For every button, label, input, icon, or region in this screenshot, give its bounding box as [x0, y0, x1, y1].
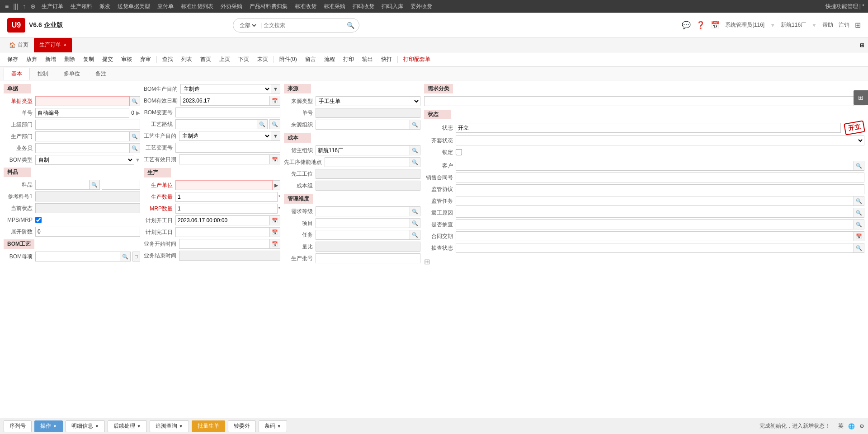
- tab-shengchan-dingdan[interactable]: 生产订单 ×: [34, 38, 72, 52]
- btn-submit[interactable]: 提交: [99, 55, 117, 64]
- btn-yewu-kaishi-date[interactable]: 📅: [270, 239, 280, 249]
- nav-biaozhun-shouguo[interactable]: 标准收货: [292, 3, 319, 10]
- sidebar-grid-btn[interactable]: ⊞: [854, 90, 868, 105]
- menu-icon[interactable]: ≡: [4, 3, 10, 10]
- btn-find[interactable]: 查找: [159, 55, 177, 64]
- btn-output[interactable]: 输出: [359, 55, 377, 64]
- field-yaoqiu[interactable]: [424, 96, 854, 106]
- field-fanhui[interactable]: [456, 208, 854, 218]
- nav-chanpin-cailiao[interactable]: 产品材料费归集: [247, 3, 290, 10]
- subtab-remark[interactable]: 备注: [88, 68, 114, 79]
- btn-jihua-wangong-date[interactable]: 📅: [270, 227, 280, 237]
- field-liaoping[interactable]: [35, 180, 90, 190]
- btn-search-bom-muxiang[interactable]: 🔍: [120, 252, 131, 261]
- btn-fanhui-search[interactable]: 🔍: [854, 208, 864, 218]
- btn-renwu-search[interactable]: 🔍: [410, 230, 420, 240]
- btn-fastprint[interactable]: 快打: [377, 55, 396, 64]
- btn-caozuo[interactable]: 操作 ▼: [34, 420, 63, 432]
- nav-waixie-caigou[interactable]: 外协采购: [218, 3, 245, 10]
- nav-songhuo[interactable]: 送货单据类型: [115, 3, 153, 10]
- nav-paifa[interactable]: 派发: [97, 3, 113, 10]
- btn-huowu-zuzhi-search[interactable]: 🔍: [410, 145, 420, 155]
- chat-icon[interactable]: 💬: [682, 21, 691, 29]
- field-bom-muxiang[interactable]: [35, 252, 120, 261]
- btn-print-config[interactable]: 打印配套单: [400, 55, 434, 64]
- field-bom-youxiao[interactable]: [180, 96, 270, 106]
- btn-laiyuan-zuzhi-search[interactable]: 🔍: [410, 120, 420, 130]
- btn-xuliehaao[interactable]: 序列号: [4, 420, 32, 432]
- btn-prev[interactable]: 上页: [216, 55, 234, 64]
- field-gongyi-youxiao[interactable]: [179, 154, 270, 164]
- lang-label[interactable]: 英: [838, 422, 844, 430]
- field-shangji-bumen[interactable]: [35, 120, 140, 130]
- field-zhankai[interactable]: [35, 227, 140, 237]
- btn-gongyi-youxiao-date[interactable]: 📅: [270, 154, 280, 164]
- field-laiyuan-zuzhi[interactable]: [316, 120, 410, 130]
- field-yewuyuan[interactable]: [35, 143, 130, 153]
- tab-close-icon[interactable]: ×: [64, 42, 66, 47]
- field-yewu-kaishi[interactable]: [179, 239, 270, 249]
- btn-bom-shengchan-pick[interactable]: ▼: [271, 84, 280, 94]
- btn-bom-youxiao-date[interactable]: 📅: [270, 96, 280, 106]
- user-info[interactable]: 系统管理员[116]: [725, 21, 764, 29]
- field-shijian[interactable]: [456, 219, 854, 229]
- lang-icon[interactable]: 🌐: [848, 423, 855, 429]
- field-bom-leixing[interactable]: 自制: [35, 155, 134, 165]
- help-link[interactable]: 帮助: [822, 21, 833, 29]
- field-jihua-kaitou[interactable]: [175, 215, 270, 225]
- field-renwu[interactable]: [316, 230, 410, 240]
- quick-func[interactable]: 快捷功能管理 | *: [826, 3, 864, 10]
- btn-message[interactable]: 留言: [302, 55, 320, 64]
- field-jianguan[interactable]: [456, 184, 864, 194]
- field-jihua-wangong[interactable]: [175, 227, 270, 237]
- field-choucha[interactable]: [456, 243, 854, 253]
- grid-icon[interactable]: |||: [12, 3, 19, 10]
- field-danhao[interactable]: [35, 108, 129, 118]
- btn-gongyi-luxian-search[interactable]: 🔍: [257, 119, 268, 129]
- field-xiaoshou[interactable]: [456, 173, 864, 182]
- grid-view-icon[interactable]: ⊞: [855, 21, 861, 29]
- field-huowu-zuzhi[interactable]: [316, 145, 410, 155]
- btn-delete[interactable]: 删除: [61, 55, 79, 64]
- field-qichun[interactable]: [456, 135, 864, 145]
- nav-saoma-ruku[interactable]: 扫码入库: [379, 3, 406, 10]
- search-icon[interactable]: 🔍: [347, 22, 354, 29]
- btn-search-liaoping[interactable]: 🔍: [90, 180, 100, 190]
- field-hetong[interactable]: [456, 231, 854, 241]
- add-icon[interactable]: ⊕: [29, 3, 37, 10]
- btn-copy[interactable]: 复制: [80, 55, 98, 64]
- nav-biaozhun-caigou[interactable]: 标准采购: [321, 3, 348, 10]
- field-gongyi-luxian[interactable]: [175, 119, 257, 129]
- btn-jianguan-renwu-search[interactable]: 🔍: [854, 196, 864, 206]
- btn-first[interactable]: 首页: [197, 55, 215, 64]
- btn-jihua-kaitou-date[interactable]: 📅: [270, 215, 280, 225]
- subtab-multiunit[interactable]: 多单位: [56, 68, 88, 79]
- btn-last[interactable]: 末页: [254, 55, 272, 64]
- btn-list[interactable]: 列表: [178, 55, 196, 64]
- btn-xian-gongxu-search[interactable]: 🔍: [410, 157, 420, 167]
- subtab-basic[interactable]: 基本: [4, 68, 30, 80]
- btn-xiangmu-search[interactable]: 🔍: [410, 218, 420, 228]
- nav-shengchan-lingliao[interactable]: 生产领料: [68, 3, 95, 10]
- btn-kehu-search[interactable]: 🔍: [854, 161, 864, 171]
- field-shengchan-shuliang[interactable]: [175, 192, 278, 202]
- field-shengchan-bumen[interactable]: [35, 131, 130, 141]
- nav-saoma-shouguo[interactable]: 扫码收货: [350, 3, 377, 10]
- btn-mingxi[interactable]: 明细信息 ▼: [66, 420, 105, 432]
- btn-discard[interactable]: 放弃: [23, 55, 41, 64]
- field-suoding[interactable]: [456, 149, 462, 155]
- btn-shijian-search[interactable]: 🔍: [854, 219, 864, 229]
- field-gongyi-shengchan[interactable]: 主制造: [179, 131, 271, 141]
- field-laiyuan-leixing[interactable]: 手工生单: [316, 96, 420, 106]
- btn-hetong-date[interactable]: 📅: [854, 231, 864, 241]
- btn-attachment[interactable]: 附件(0): [276, 55, 301, 64]
- tab-right-icon[interactable]: ⊞: [860, 42, 864, 48]
- btn-zhuanweiwai[interactable]: 转委外: [228, 420, 256, 432]
- field-liaoping-name[interactable]: [102, 180, 140, 190]
- subtab-control[interactable]: 控制: [30, 68, 56, 79]
- btn-tiaoma[interactable]: 条码 ▼: [259, 420, 287, 432]
- settings-icon-bottom[interactable]: ⚙: [859, 423, 864, 429]
- field-jianguan-renwu[interactable]: [456, 196, 854, 206]
- field-mps[interactable]: [35, 217, 42, 223]
- help-icon[interactable]: ❓: [696, 21, 705, 29]
